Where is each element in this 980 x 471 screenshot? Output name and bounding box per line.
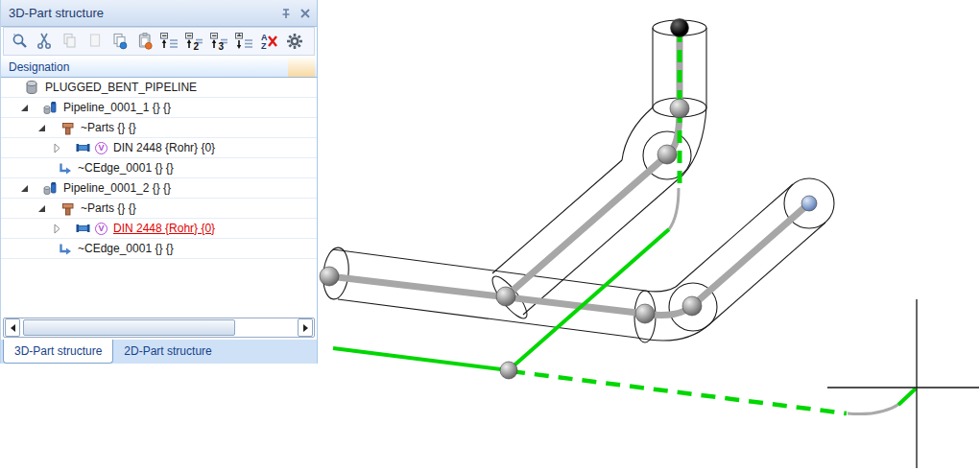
guideline-dashed-right [511,371,847,413]
column-header-label: Designation [9,60,69,74]
pipe-wireframe [321,20,834,342]
variant-badge: V [95,142,108,154]
tree-item-label: ~Parts {} {} [81,121,136,134]
joint-sphere [657,145,677,164]
joint-sphere [670,99,689,118]
search-icon[interactable] [9,30,31,53]
expander-collapsed-icon[interactable] [53,223,62,234]
parts-tee-icon [60,121,75,135]
part-structure-panel: 3D-Part structure [0,0,319,364]
expander-expanded-icon[interactable] [20,102,30,113]
tree-item-cedge-2[interactable]: ~CEdge_0001 {} {} [1,239,317,259]
column-header-designation[interactable]: Designation [1,58,317,78]
pipeline-icon [42,100,58,115]
expander-collapsed-icon[interactable] [53,142,62,153]
tree-item-label: DIN 2448 {Rohr} {0} [113,141,215,154]
scroll-right-button[interactable] [298,318,313,337]
expand-level-2-icon[interactable]: 2 [184,30,206,53]
cedge-arrow-icon [58,161,72,176]
tree-item-label: Pipeline_0001_1 {} {} [63,101,171,114]
collapse-list-icon[interactable] [158,30,180,53]
guideline-solid-left [333,348,509,370]
tab-3d-part-structure[interactable]: 3D-Part structure [3,340,113,364]
expander-expanded-icon[interactable] [20,182,30,194]
pin-icon[interactable] [278,6,294,21]
expander-expanded-icon[interactable] [37,202,47,214]
parts-tee-icon [60,201,75,216]
panel-tabbar: 3D-Part structure 2D-Part structure [1,340,317,364]
tree-item-label: ~Parts {} {} [81,201,136,215]
panel-titlebar: 3D-Part structure [1,0,317,27]
plug-sphere [671,19,689,37]
viewport-3d[interactable] [318,0,980,471]
pipeline-icon [42,180,58,196]
assembly-cylinder-icon [24,80,39,95]
panel-toolbar: 2 3 AZ [3,27,315,56]
scrollbar-thumb[interactable] [23,319,235,336]
tree-item-label: Pipeline_0001_2 {} {} [63,181,171,195]
svg-text:2: 2 [194,41,200,51]
column-header-highlight [288,58,315,77]
copy-special-icon[interactable] [108,30,131,53]
guideline-bend-arc-bottom [848,404,899,414]
variant-badge: V [95,223,108,235]
guideline-solid-end [898,389,916,405]
scroll-left-button[interactable] [5,318,20,337]
tree-item-label: PLUGGED_BENT_PIPELINE [45,81,197,94]
tab-2d-part-structure[interactable]: 2D-Part structure [113,340,222,364]
svg-text:3: 3 [219,41,225,51]
expand-all-list-icon[interactable] [234,30,256,53]
joint-spheres [320,19,817,380]
tree-item-root[interactable]: PLUGGED_BENT_PIPELINE [1,78,317,98]
joint-sphere [682,296,702,316]
horizontal-scrollbar[interactable] [3,318,315,338]
cedge-arrow-icon [58,242,72,256]
tree-item-label: ~CEdge_0001 {} {} [78,161,174,175]
tree-item-pipeline-2[interactable]: Pipeline_0001_2 {} {} [1,178,317,199]
joint-sphere [635,304,655,323]
guideline-point-sphere [500,362,517,379]
settings-gear-icon[interactable] [284,30,306,53]
app-window: 3D-Part structure [0,0,980,471]
tree-item-pipeline-1[interactable]: Pipeline_0001_1 {} {} [1,98,317,118]
guideline [333,30,916,414]
pipe-part-icon [75,141,91,154]
copy-icon[interactable] [59,30,81,53]
endpoint-sphere [801,196,817,211]
tree-item-parts-1[interactable]: ~Parts {} {} [1,118,317,138]
tree-item-label: DIN 2448 {Rohr} {0} [113,222,215,235]
cut-scissors-icon[interactable] [34,30,56,53]
pipe-part-icon [75,222,91,235]
joint-sphere [496,287,515,306]
pipeline-scene [318,0,980,471]
part-structure-tree: PLUGGED_BENT_PIPELINE Pipeline_0001_1 {}… [1,78,317,259]
tree-item-parts-2[interactable]: ~Parts {} {} [1,199,317,219]
svg-text:Z: Z [261,41,267,50]
paste-icon[interactable] [84,30,106,53]
guideline-bend-arc-top [669,188,679,229]
crosshair-cursor [827,299,979,468]
expander-expanded-icon[interactable] [37,122,47,133]
remove-sort-icon[interactable]: AZ [259,30,281,53]
joint-sphere [320,267,339,286]
tree-item-din2448-2-selected[interactable]: V DIN 2448 {Rohr} {0} [1,219,317,239]
scrollbar-track[interactable] [21,319,297,336]
paste-clipboard-icon[interactable] [133,30,155,53]
panel-title: 3D-Part structure [1,6,278,20]
tree-item-din2448-1[interactable]: V DIN 2448 {Rohr} {0} [1,138,317,158]
tree-item-label: ~CEdge_0001 {} {} [78,242,174,255]
expand-level-3-icon[interactable]: 3 [209,30,231,53]
close-icon[interactable] [298,6,313,21]
tree-item-cedge-1[interactable]: ~CEdge_0001 {} {} [1,158,317,178]
pipe-centerlines [329,32,809,316]
